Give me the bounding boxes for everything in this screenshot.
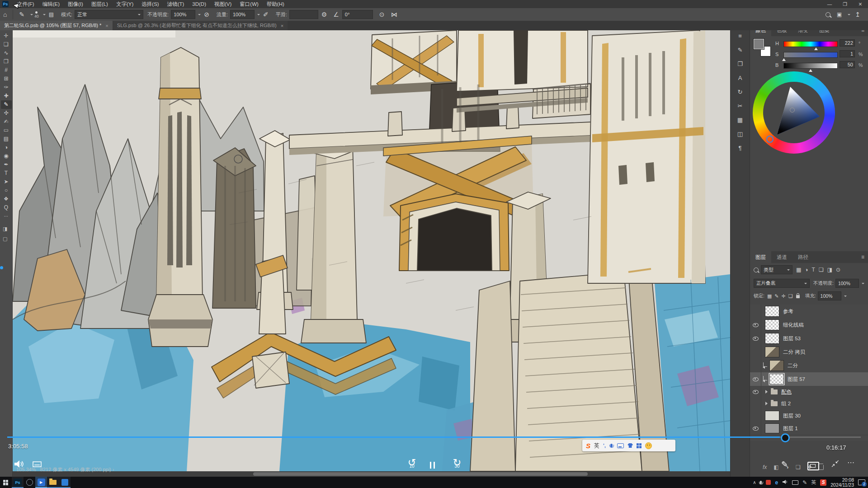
brush-settings-panel-icon[interactable]: ≡: [734, 30, 746, 42]
tool-shape[interactable]: ○: [1, 186, 12, 195]
forward-30-button[interactable]: ↻ 30: [449, 459, 465, 471]
visibility-toggle[interactable]: [750, 332, 761, 345]
tray-volume-icon[interactable]: [782, 479, 788, 485]
tool-blur[interactable]: ◑: [1, 143, 12, 152]
minimize-button[interactable]: —: [822, 0, 837, 8]
layer-name[interactable]: 图层 30: [783, 413, 801, 419]
pressure-size-icon[interactable]: ⊙: [379, 11, 385, 18]
smoothing-input[interactable]: [289, 10, 318, 19]
layer-row[interactable]: 参考: [750, 305, 868, 319]
lock-artboard-icon[interactable]: ❏: [788, 293, 793, 299]
visibility-toggle[interactable]: [750, 422, 761, 435]
tool-hand[interactable]: ❖: [1, 195, 12, 203]
foreground-color-swatch[interactable]: [754, 39, 764, 49]
layer-thumbnail[interactable]: [769, 374, 784, 385]
close-tab-icon[interactable]: ×: [281, 23, 283, 28]
tool-eyedropper[interactable]: ✑: [1, 83, 12, 92]
layer-row-selected[interactable]: 图层 57: [750, 372, 868, 386]
scissors-icon[interactable]: ✂: [734, 100, 746, 112]
close-button[interactable]: ✕: [853, 0, 868, 8]
video-progress-track[interactable]: [7, 436, 861, 438]
tool-history-brush[interactable]: ✍: [1, 117, 12, 126]
tool-lasso[interactable]: ∿: [1, 49, 12, 57]
menu-image[interactable]: 图像(I): [64, 1, 87, 8]
lock-pixels-icon[interactable]: ✎: [774, 293, 778, 299]
tool-zoom[interactable]: Q: [1, 203, 12, 212]
layer-name[interactable]: 图层 53: [783, 335, 801, 342]
symmetry-icon[interactable]: ⋈: [391, 11, 397, 18]
workspace-icon[interactable]: ▣: [837, 11, 842, 18]
tool-object-selection[interactable]: ❐: [1, 57, 12, 66]
layer-name[interactable]: 二分 拷贝: [783, 349, 805, 356]
hidden-icons-chevron[interactable]: ∧: [753, 480, 756, 485]
menu-layer[interactable]: 图层(L): [87, 1, 112, 8]
tool-gradient[interactable]: ▤: [1, 135, 12, 143]
filter-smart-objects-icon[interactable]: ◨: [827, 267, 832, 273]
visibility-toggle[interactable]: [750, 318, 761, 332]
hue-slider-thumb[interactable]: [814, 46, 818, 50]
ime-mic-icon[interactable]: [610, 444, 613, 447]
layer-row[interactable]: 细化线稿: [750, 318, 868, 332]
layer-thumbnail[interactable]: [765, 411, 779, 421]
filter-adjustment-layers-icon[interactable]: ◑: [805, 267, 808, 273]
tool-eraser[interactable]: ▭: [1, 126, 12, 135]
saturation-slider[interactable]: [783, 52, 838, 58]
document-tab-active[interactable]: 第二轮SLG.psb @ 105% (图层 57, RGB/8) * ×: [0, 21, 113, 30]
clone-source-panel-icon[interactable]: ❐: [734, 58, 746, 70]
screen-share-icon[interactable]: [33, 461, 42, 470]
layer-thumbnail[interactable]: [765, 333, 779, 344]
menu-view[interactable]: 视图(V): [210, 1, 236, 8]
layer-thumbnail[interactable]: [765, 319, 779, 330]
hue-slider[interactable]: [783, 41, 838, 47]
tool-brush[interactable]: ✎: [1, 100, 12, 109]
search-icon[interactable]: [826, 12, 830, 17]
lock-transparency-icon[interactable]: ▦: [767, 293, 772, 299]
close-tab-icon[interactable]: ×: [105, 23, 108, 28]
home-icon[interactable]: ⌂: [3, 11, 7, 18]
layer-row[interactable]: 二分: [750, 359, 868, 373]
airbrush-icon[interactable]: ✐: [263, 11, 269, 18]
gear-icon[interactable]: ⚙: [321, 11, 327, 18]
layer-name[interactable]: 二分: [788, 362, 798, 369]
notification-center-icon[interactable]: 2: [858, 479, 865, 485]
lock-all-icon[interactable]: [796, 295, 800, 298]
layer-name[interactable]: 图层 57: [788, 376, 805, 383]
layer-row[interactable]: 图层 1: [750, 422, 868, 435]
video-progress-handle[interactable]: [781, 433, 790, 442]
tool-type[interactable]: T: [1, 169, 12, 178]
collapse-window-icon[interactable]: ↙↗: [831, 459, 841, 469]
group-name[interactable]: 配色: [781, 389, 792, 395]
pressure-opacity-icon[interactable]: ⊘: [204, 11, 209, 18]
tool-path-selection[interactable]: ➤: [1, 178, 12, 186]
expand-group-icon[interactable]: [765, 402, 769, 405]
hue-value[interactable]: 222: [840, 39, 855, 47]
layer-opacity-input[interactable]: 100%: [835, 279, 859, 288]
group-row[interactable]: 组 2: [750, 398, 868, 410]
layer-thumbnail[interactable]: [765, 306, 779, 317]
pause-button[interactable]: [429, 462, 436, 470]
tab-layers[interactable]: 图层: [750, 251, 771, 263]
restore-button[interactable]: ❐: [837, 0, 853, 8]
filter-pixel-layers-icon[interactable]: ▦: [796, 267, 801, 273]
quick-mask-icon[interactable]: ◨: [3, 226, 10, 232]
layer-thumbnail[interactable]: [769, 360, 784, 371]
layer-row[interactable]: 图层 53: [750, 332, 868, 346]
brush-preset-icon[interactable]: ✎: [19, 11, 24, 18]
tool-frame[interactable]: ⊞: [1, 75, 12, 83]
saturation-slider-thumb[interactable]: [782, 56, 786, 61]
screen-mode-icon[interactable]: ▢: [3, 236, 10, 242]
tool-pen[interactable]: ✒: [1, 160, 12, 169]
expand-group-icon[interactable]: [765, 390, 769, 394]
document-tab-inactive[interactable]: SLG.psb @ 26.3% (老师帮忙看下细化 有点不知道怎么挂下继续, R…: [113, 21, 288, 30]
visibility-toggle[interactable]: [750, 345, 761, 359]
visibility-toggle[interactable]: [750, 372, 761, 386]
menu-help[interactable]: 帮助(H): [263, 1, 288, 8]
tray-language-indicator[interactable]: 英: [811, 479, 816, 486]
layer-row[interactable]: 图层 30: [750, 409, 868, 422]
rewind-10-button[interactable]: ↺ 10: [404, 459, 420, 471]
visibility-toggle[interactable]: [750, 398, 761, 409]
ime-toolbox-icon[interactable]: [637, 443, 642, 448]
visibility-toggle[interactable]: [750, 359, 761, 372]
tab-channels[interactable]: 通道: [771, 251, 793, 263]
delete-layer-icon[interactable]: [819, 465, 824, 470]
